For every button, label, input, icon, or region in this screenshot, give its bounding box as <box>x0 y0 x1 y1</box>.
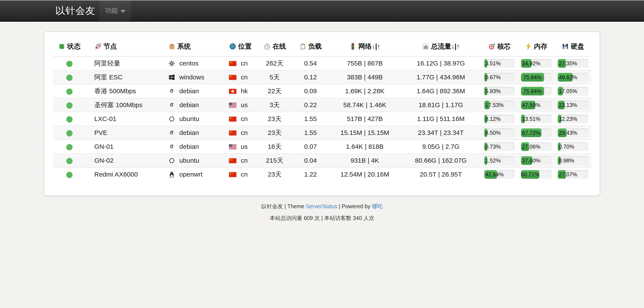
node-name: 香港 500Mbps <box>86 84 160 98</box>
col-memory: 内存 <box>518 39 554 56</box>
disk-usage-bar: 49.62% <box>558 73 588 82</box>
load-value: 0.09 <box>292 84 329 98</box>
location-code: cn <box>241 157 248 164</box>
col-uptime-label: 在线 <box>272 42 286 50</box>
nav-menu-label: 功能 <box>105 6 118 15</box>
memory-usage-bar: 47.59% <box>521 101 552 109</box>
memory-cell: 13.51% <box>518 112 554 126</box>
disk-usage-label: 49.62% <box>558 75 578 80</box>
server-table: 状态 节点 系统 位置 在线 负载 <box>53 39 592 181</box>
col-traffic: 总流量↓|↑ <box>401 39 481 56</box>
location-code: cn <box>241 60 248 67</box>
disk-usage-label: 17.05% <box>558 89 578 94</box>
network-speed-value: 755B | 867B <box>329 56 401 70</box>
location-cell: hk <box>220 84 257 98</box>
status-cell <box>53 56 86 70</box>
network-speed-value: 58.74K | 1.46K <box>329 98 401 112</box>
status-online-dot <box>66 172 72 178</box>
col-traffic-label: 总流量↓|↑ <box>431 42 460 50</box>
bar-chart-icon <box>422 42 431 50</box>
disk-cell: 12.23% <box>554 112 592 126</box>
col-node-label: 节点 <box>104 42 117 50</box>
cpu-cell: 3.51% <box>481 56 518 70</box>
os-name: ubuntu <box>179 157 199 164</box>
location-code: cn <box>241 129 248 136</box>
location-cell: us <box>220 98 257 112</box>
rocket-icon <box>94 42 104 50</box>
powered-by-link[interactable]: 哪吒 <box>372 203 383 209</box>
country-flag <box>229 60 241 67</box>
uptime-value: 23天 <box>257 112 292 126</box>
system-cell: ubuntu <box>160 154 220 167</box>
location-cell: cn <box>220 56 257 70</box>
traffic-light-icon <box>349 42 358 50</box>
footer-credits: 以针会友 | Theme ServerStatus | Powered by 哪… <box>0 203 644 210</box>
footer-sep2: | Powered by <box>337 203 372 209</box>
disk-usage-bar: 27.07% <box>558 170 588 179</box>
uptime-value: 22天 <box>257 84 292 98</box>
col-status: 状态 <box>53 39 86 56</box>
disk-cell: 17.05% <box>554 84 592 98</box>
uptime-value: 16天 <box>257 140 292 154</box>
server-row[interactable]: 阿里轻量 centos cn 262天 0.54 755B | 867B 16.… <box>53 56 592 70</box>
lightning-icon <box>525 42 534 50</box>
country-flag <box>229 101 241 109</box>
memory-usage-label: 37.60% <box>521 158 542 163</box>
memory-usage-label: 34.92% <box>521 61 542 66</box>
network-speed-value: 12.54M | 20.16M <box>329 167 401 181</box>
disk-usage-label: 29.43% <box>558 130 578 136</box>
memory-usage-label: 60.71% <box>521 172 540 177</box>
os-icon <box>168 115 179 122</box>
server-row[interactable]: 圣何塞 100Mbps debian us 3天 0.22 58.74K | 1… <box>53 98 592 112</box>
disk-usage-label: 27.35% <box>558 61 578 66</box>
location-cell: cn <box>220 167 257 181</box>
uptime-value: 5天 <box>257 70 292 84</box>
theme-link[interactable]: ServerStatus <box>306 203 338 209</box>
col-uptime: 在线 <box>257 39 292 56</box>
server-row[interactable]: GN-01 debian us 16天 0.07 1.64K | 818B 9.… <box>53 140 592 154</box>
os-icon <box>168 60 179 67</box>
load-value: 0.04 <box>292 154 329 167</box>
node-name: GN-01 <box>86 140 160 154</box>
server-row[interactable]: 香港 500Mbps debian hk 22天 0.09 1.69K | 2.… <box>53 84 592 98</box>
os-icon <box>168 101 179 109</box>
cpu-usage-label: 3.51% <box>484 61 502 66</box>
country-flag <box>229 157 241 164</box>
table-header-row: 状态 节点 系统 位置 在线 负载 <box>53 39 592 56</box>
nav-menu-features[interactable]: 功能 <box>99 0 131 21</box>
memory-usage-label: 47.59% <box>521 102 542 108</box>
location-cell: cn <box>220 112 257 126</box>
memory-cell: 75.84% <box>518 70 554 84</box>
status-cell <box>53 112 86 126</box>
disk-cell: 0.70% <box>554 140 592 154</box>
server-row[interactable]: GN-02 ubuntu cn 215天 0.04 931B | 4K 80.6… <box>53 154 592 167</box>
os-name: debian <box>179 101 199 109</box>
memory-cell: 60.71% <box>518 167 554 181</box>
col-network-label: 网络↓|↑ <box>358 42 380 50</box>
country-flag <box>229 87 241 95</box>
load-value: 1.22 <box>292 167 329 181</box>
visit-stats: 本站总访问量 609 次 | 本站访客数 340 人次 <box>0 214 644 222</box>
status-cell <box>53 154 86 167</box>
disk-usage-bar: 0.70% <box>558 142 588 151</box>
memory-usage-bar: 60.71% <box>521 170 552 179</box>
os-icon <box>168 129 179 136</box>
cpu-usage-label: 1.52% <box>484 158 502 163</box>
site-brand[interactable]: 以针会友 <box>56 4 96 17</box>
col-disk-label: 硬盘 <box>571 42 584 50</box>
clipboard-icon <box>299 42 308 50</box>
floppy-icon <box>562 42 571 50</box>
cpu-usage-label: 5.93% <box>484 89 502 94</box>
disk-cell: 23.13% <box>554 98 592 112</box>
total-traffic-value: 23.34T | 23.34T <box>401 126 481 140</box>
server-row[interactable]: 阿里 ESC windows cn 5天 0.12 383B | 449B 1.… <box>53 70 592 84</box>
server-row[interactable]: PVE debian cn 23天 1.55 15.15M | 15.15M 2… <box>53 126 592 140</box>
memory-usage-bar: 27.06% <box>521 142 552 151</box>
memory-cell: 47.59% <box>518 98 554 112</box>
server-row[interactable]: Redmi AX6000 openwrt cn 23天 1.22 12.54M … <box>53 167 592 181</box>
memory-usage-label: 67.72% <box>521 130 542 136</box>
cpu-usage-bar: 0.73% <box>484 142 515 151</box>
server-row[interactable]: LXC-01 ubuntu cn 23天 1.55 517B | 427B 1.… <box>53 112 592 126</box>
total-traffic-value: 9.05G | 2.7G <box>401 140 481 154</box>
col-load-label: 负载 <box>308 42 322 50</box>
